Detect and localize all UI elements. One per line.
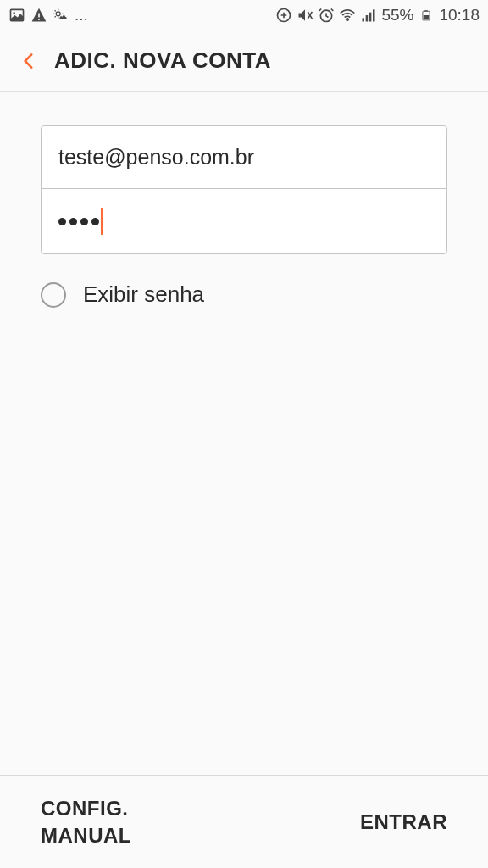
status-left-icons: ... — [8, 6, 88, 25]
battery-percent: 55% — [381, 6, 413, 25]
wifi-icon — [339, 7, 356, 24]
battery-icon — [418, 7, 435, 24]
picture-icon — [8, 7, 25, 24]
manual-config-button[interactable]: CONFIG. MANUAL — [41, 795, 131, 848]
show-password-checkbox[interactable]: Exibir senha — [41, 281, 447, 308]
manual-config-line2: MANUAL — [41, 822, 131, 849]
svg-rect-15 — [425, 10, 429, 11]
page-title: ADIC. NOVA CONTA — [54, 47, 271, 74]
svg-point-4 — [56, 12, 60, 16]
app-header: ADIC. NOVA CONTA — [0, 31, 488, 92]
credentials-input-group — [41, 125, 447, 254]
svg-rect-16 — [424, 15, 429, 19]
status-bar: ... 55% 10:18 — [0, 0, 488, 31]
notification-overflow: ... — [75, 6, 88, 25]
status-right-icons: 55% 10:18 — [275, 6, 480, 25]
warning-icon — [30, 7, 47, 24]
checkbox-circle-icon — [41, 282, 66, 308]
alarm-icon — [318, 7, 335, 24]
data-saver-icon — [275, 7, 292, 24]
svg-point-9 — [347, 19, 349, 21]
svg-point-1 — [13, 12, 15, 14]
email-field[interactable] — [42, 126, 446, 188]
password-field[interactable] — [42, 189, 446, 253]
clock-time: 10:18 — [439, 6, 480, 25]
svg-rect-2 — [38, 14, 40, 18]
password-dots — [58, 218, 99, 225]
mute-icon — [297, 7, 313, 24]
footer-actions: CONFIG. MANUAL ENTRAR — [0, 775, 488, 868]
form-content: Exibir senha — [0, 92, 488, 775]
show-password-label: Exibir senha — [83, 281, 204, 308]
signal-icon — [360, 7, 377, 24]
manual-config-line1: CONFIG. — [41, 795, 131, 821]
svg-rect-12 — [369, 13, 372, 22]
chevron-left-icon — [18, 50, 40, 72]
back-button[interactable] — [10, 42, 47, 80]
text-cursor — [101, 208, 103, 235]
svg-rect-11 — [366, 15, 369, 22]
svg-rect-13 — [373, 9, 375, 21]
svg-rect-10 — [363, 18, 365, 21]
enter-button[interactable]: ENTRAR — [360, 809, 447, 835]
weather-icon — [53, 7, 69, 24]
svg-point-3 — [38, 19, 40, 20]
